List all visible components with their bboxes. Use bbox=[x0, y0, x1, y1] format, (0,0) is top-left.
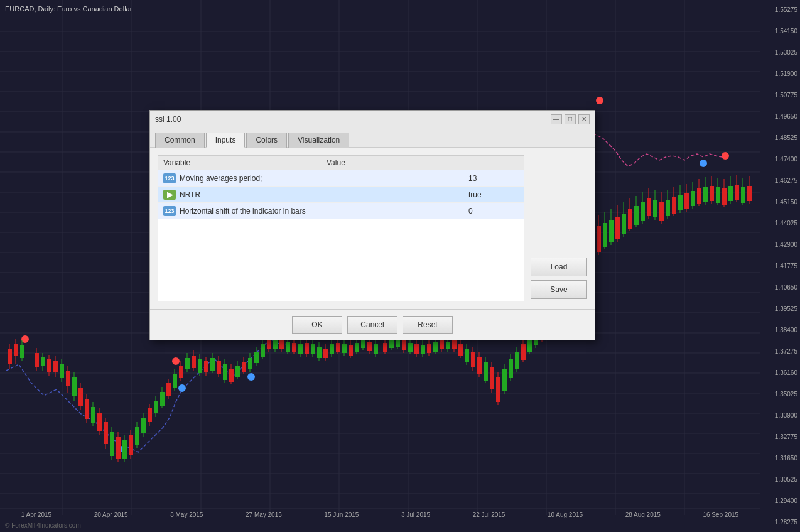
ok-button[interactable]: OK bbox=[292, 316, 342, 334]
variable-value: 0 bbox=[468, 207, 519, 215]
save-button[interactable]: Save bbox=[531, 280, 587, 299]
price-axis: 1.55275 1.54150 1.53025 1.51900 1.50775 … bbox=[760, 0, 800, 532]
svg-point-39 bbox=[21, 335, 29, 343]
price-2: 1.54150 bbox=[763, 28, 797, 35]
dialog-window: ssl 1.00 — □ ✕ Common Inputs Colors Visu… bbox=[149, 110, 595, 340]
copyright: © ForexMT4Indicators.com bbox=[5, 522, 81, 529]
price-17: 1.37275 bbox=[763, 348, 797, 355]
time-label-10: 16 Sep 2015 bbox=[703, 511, 738, 518]
svg-point-41 bbox=[596, 97, 603, 104]
time-label-1: 1 Apr 2015 bbox=[21, 511, 51, 518]
price-3: 1.53025 bbox=[763, 49, 797, 56]
titlebar-controls: — □ ✕ bbox=[551, 114, 590, 124]
price-4: 1.51900 bbox=[763, 70, 797, 77]
tab-inputs[interactable]: Inputs bbox=[206, 133, 246, 148]
time-label-2: 20 Apr 2015 bbox=[94, 511, 128, 518]
price-10: 1.45150 bbox=[763, 198, 797, 205]
table-row[interactable]: 123 Horizontal shift of the indicator in… bbox=[158, 203, 524, 219]
svg-point-42 bbox=[722, 152, 729, 160]
tab-colors[interactable]: Colors bbox=[246, 133, 287, 148]
tabs-bar: Common Inputs Colors Visualization bbox=[150, 128, 595, 148]
price-11: 1.44025 bbox=[763, 220, 797, 227]
variable-name: Moving averages period; bbox=[180, 174, 468, 183]
time-label-4: 27 May 2015 bbox=[246, 511, 282, 518]
price-19: 1.35025 bbox=[763, 391, 797, 398]
side-buttons: Load Save bbox=[531, 155, 587, 301]
time-label-7: 22 Jul 2015 bbox=[473, 511, 505, 518]
time-label-6: 3 Jul 2015 bbox=[401, 511, 430, 518]
price-12: 1.42900 bbox=[763, 241, 797, 248]
time-label-5: 15 Jun 2015 bbox=[324, 511, 359, 518]
close-button[interactable]: ✕ bbox=[578, 114, 590, 124]
minimize-button[interactable]: — bbox=[551, 114, 562, 124]
price-16: 1.38400 bbox=[763, 327, 797, 334]
price-13: 1.41775 bbox=[763, 263, 797, 269]
dialog-titlebar: ssl 1.00 — □ ✕ bbox=[150, 111, 595, 128]
time-label-9: 28 Aug 2015 bbox=[625, 511, 661, 518]
variable-value: 13 bbox=[468, 174, 519, 183]
table-empty-space bbox=[158, 219, 524, 301]
type-icon-numeric: 123 bbox=[163, 206, 176, 216]
price-15: 1.39525 bbox=[763, 305, 797, 312]
reset-button[interactable]: Reset bbox=[403, 316, 453, 334]
price-8: 1.47400 bbox=[763, 156, 797, 163]
price-22: 1.31650 bbox=[763, 455, 797, 462]
variable-value: true bbox=[468, 190, 519, 199]
price-18: 1.36160 bbox=[763, 369, 797, 376]
svg-point-40 bbox=[172, 357, 180, 365]
price-7: 1.48525 bbox=[763, 134, 797, 141]
price-6: 1.49650 bbox=[763, 113, 797, 120]
svg-point-38 bbox=[700, 160, 707, 167]
price-23: 1.30525 bbox=[763, 476, 797, 483]
column-value-header: Value bbox=[327, 158, 345, 167]
table-row[interactable]: ▶ NRTR true bbox=[158, 187, 524, 203]
price-9: 1.46275 bbox=[763, 177, 797, 184]
table-header: Variable Value bbox=[158, 156, 524, 170]
tab-visualization[interactable]: Visualization bbox=[288, 133, 349, 148]
inputs-table: Variable Value 123 Moving averages perio… bbox=[158, 155, 524, 301]
price-25: 1.28275 bbox=[763, 519, 797, 526]
variable-name: Horizontal shift of the indicator in bar… bbox=[180, 207, 468, 215]
load-button[interactable]: Load bbox=[531, 258, 587, 276]
variable-name: NRTR bbox=[180, 190, 468, 199]
price-5: 1.50775 bbox=[763, 92, 797, 99]
maximize-button[interactable]: □ bbox=[565, 114, 576, 124]
dialog-content: Variable Value 123 Moving averages perio… bbox=[150, 148, 595, 309]
price-14: 1.40650 bbox=[763, 284, 797, 291]
price-24: 1.29400 bbox=[763, 497, 797, 504]
dialog-footer: OK Cancel Reset bbox=[150, 309, 595, 340]
price-1: 1.55275 bbox=[763, 6, 797, 13]
time-label-8: 10 Aug 2015 bbox=[548, 511, 583, 518]
column-variable-header: Variable bbox=[163, 158, 327, 167]
svg-point-35 bbox=[178, 384, 186, 392]
price-20: 1.33900 bbox=[763, 412, 797, 419]
svg-point-36 bbox=[247, 373, 255, 381]
type-icon-numeric: 123 bbox=[163, 173, 176, 183]
cancel-button[interactable]: Cancel bbox=[347, 316, 397, 334]
time-label-3: 8 May 2015 bbox=[170, 511, 203, 518]
type-icon-bool: ▶ bbox=[163, 190, 176, 200]
table-row[interactable]: 123 Moving averages period; 13 bbox=[158, 170, 524, 187]
tab-common[interactable]: Common bbox=[155, 133, 205, 148]
dialog-title: ssl 1.00 bbox=[155, 115, 181, 124]
price-21: 1.32775 bbox=[763, 433, 797, 440]
